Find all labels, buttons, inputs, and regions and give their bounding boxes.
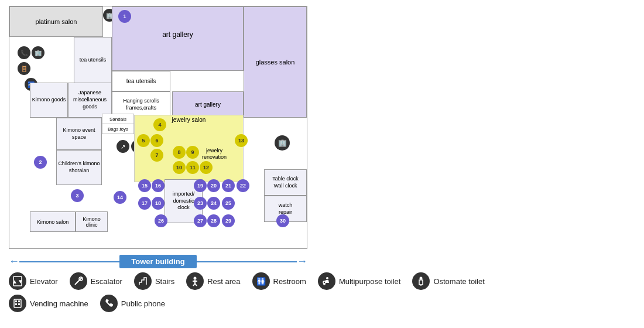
- room-kimono-clinic: Kimono clinic: [76, 211, 108, 232]
- childrens-kimono-label: Children's kimono shoraian: [57, 160, 101, 174]
- legend-area: ▲▼ Elevator Escalator Stairs: [9, 272, 635, 317]
- art-gallery-top-label: art gallery: [112, 30, 243, 39]
- badge-15: 15: [138, 179, 151, 192]
- legend-elevator-icon: ▲▼: [9, 272, 26, 290]
- legend-row-1: ▲▼ Elevator Escalator Stairs: [9, 272, 635, 290]
- floor-map-container: platinum salon 🏢 🚻 ♿ 🔒 1 art gallery gla…: [9, 6, 307, 249]
- badge-12: 12: [200, 161, 213, 174]
- badge-23: 23: [194, 197, 207, 210]
- badge-22: 22: [237, 179, 249, 192]
- floor-map: platinum salon 🏢 🚻 ♿ 🔒 1 art gallery gla…: [9, 6, 307, 249]
- room-kimono-goods: Kimono goods: [30, 83, 68, 118]
- room-childrens-kimono: Children's kimono shoraian: [56, 150, 102, 185]
- legend-vending: Vending machine: [9, 295, 88, 312]
- legend-elevator: ▲▼ Elevator: [9, 272, 58, 290]
- left-phone-icon: 📞: [18, 46, 30, 59]
- main-container: platinum salon 🏢 🚻 ♿ 🔒 1 art gallery gla…: [0, 0, 644, 328]
- svg-rect-16: [14, 299, 21, 308]
- legend-stairs-icon: [134, 272, 152, 290]
- room-art-gallery-top: 1 art gallery: [112, 6, 244, 71]
- room-table-clock: Table clockWall clock: [264, 169, 307, 196]
- legend-phone-label: Public phone: [121, 299, 165, 308]
- badge-9: 9: [186, 146, 199, 159]
- svg-point-14: [420, 277, 423, 280]
- badge-27: 27: [194, 214, 207, 227]
- art-gallery-2-label: art gallery: [195, 101, 221, 108]
- svg-rect-18: [18, 300, 20, 302]
- svg-line-8: [195, 283, 197, 286]
- badge-30: 30: [276, 214, 289, 227]
- left-stairs-icon: 🪜: [18, 62, 30, 75]
- badge-17: 17: [138, 197, 151, 210]
- badge-16: 16: [152, 179, 165, 192]
- arrow-left: ←: [9, 255, 19, 268]
- legend-restroom-label: Restroom: [273, 277, 306, 286]
- legend-multipurpose-icon: [318, 272, 335, 290]
- imported-clock-label: imported/domesticclock: [173, 191, 195, 211]
- legend-vending-label: Vending machine: [30, 299, 88, 308]
- legend-row-2: Vending machine Public phone: [9, 295, 635, 312]
- room-sandals: Sandals: [102, 114, 134, 124]
- room-glasses-salon: glasses salon: [244, 6, 307, 118]
- room-kimono-salon: Kimono salon: [30, 211, 76, 232]
- legend-stairs: Stairs: [134, 272, 174, 290]
- regular-counter-label: tea utensils: [80, 57, 107, 64]
- legend-restroom-icon: 🚻: [252, 272, 270, 290]
- legend-escalator: Escalator: [70, 272, 122, 290]
- badge-3: 3: [71, 189, 84, 202]
- badge-13: 13: [235, 134, 248, 147]
- badge-19: 19: [194, 179, 207, 192]
- legend-rest-label: Rest area: [207, 277, 240, 286]
- jewelry-renovation-label: jewelryrenovation: [202, 148, 227, 160]
- badge-4: 4: [153, 118, 166, 131]
- svg-rect-19: [15, 303, 17, 305]
- tower-line-right: [197, 261, 297, 262]
- room-tea-utensils: tea utensils: [112, 71, 170, 91]
- legend-vending-icon: [9, 295, 26, 312]
- svg-point-10: [326, 277, 328, 279]
- tower-label-area: ← Tower building →: [9, 255, 307, 268]
- svg-rect-20: [18, 303, 20, 305]
- legend-ostomate-label: Ostomate toilet: [433, 277, 484, 286]
- bags-toys-label: Bags,toys: [108, 127, 128, 132]
- svg-text:▲▼: ▲▼: [12, 278, 23, 285]
- svg-point-4: [194, 277, 197, 280]
- legend-elevator-label: Elevator: [30, 277, 58, 286]
- badge-28: 28: [207, 214, 220, 227]
- legend-multipurpose: Multipurpose toilet: [318, 272, 401, 290]
- legend-ostomate: Ostomate toilet: [412, 272, 484, 290]
- room-jewelry-salon: jewelry salon 4 5 6 7 8 9 jewelryrenovat…: [134, 115, 244, 182]
- badge-8: 8: [173, 146, 186, 159]
- svg-line-2: [75, 278, 82, 285]
- table-clock-label: Table clockWall clock: [272, 176, 299, 189]
- legend-stairs-label: Stairs: [155, 277, 174, 286]
- badge-5: 5: [137, 134, 150, 147]
- badge-14: 14: [114, 191, 126, 204]
- hanging-scrolls-label: Hanging scrolls frames,crafts: [112, 98, 170, 111]
- elevator-center-icon: 🏢: [275, 135, 290, 151]
- badge-24: 24: [207, 197, 220, 210]
- badge-1: 1: [118, 10, 131, 23]
- badge-6: 6: [150, 134, 163, 147]
- room-bags-toys: Bags,toys: [102, 124, 134, 134]
- legend-phone-icon: [100, 295, 118, 312]
- legend-restroom: 🚻 Restroom: [252, 272, 306, 290]
- kimono-clinic-label: Kimono clinic: [76, 216, 107, 228]
- escalator-icon-map: ↗: [117, 140, 129, 153]
- watch-repair-label: watchrepair: [279, 202, 293, 216]
- badge-29: 29: [222, 214, 235, 227]
- legend-rest-area: Rest area: [186, 272, 240, 290]
- badge-26: 26: [155, 214, 167, 227]
- badge-21: 21: [222, 179, 235, 192]
- arrow-right: →: [297, 255, 307, 268]
- tower-line-left: [19, 261, 119, 262]
- svg-text:🚻: 🚻: [256, 276, 266, 286]
- svg-rect-17: [15, 300, 17, 302]
- room-platinum-salon: platinum salon: [9, 6, 103, 37]
- legend-escalator-icon: [70, 272, 87, 290]
- room-japanese-misc: Japanese miscellaneous goods: [68, 83, 112, 118]
- legend-escalator-label: Escalator: [91, 277, 122, 286]
- legend-rest-icon: [186, 272, 204, 290]
- badge-18: 18: [152, 197, 165, 210]
- tower-label: Tower building: [119, 255, 196, 268]
